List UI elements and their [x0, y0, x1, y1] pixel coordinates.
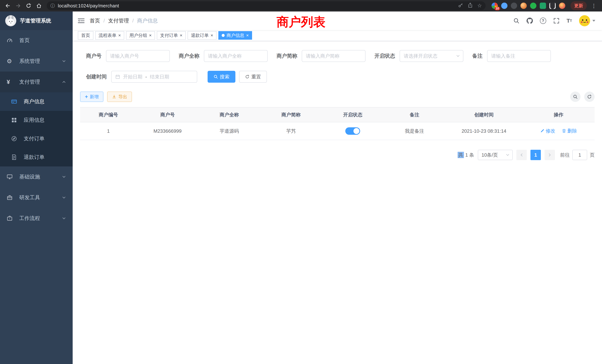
extension-orange-icon[interactable] — [559, 3, 565, 9]
home-icon[interactable] — [34, 1, 44, 11]
yen-icon: ¥ — [7, 79, 16, 86]
tab-process-form[interactable]: 流程表单× — [95, 31, 124, 40]
bookmark-star-icon[interactable]: ☆ — [477, 3, 482, 8]
tab-close-icon[interactable]: × — [211, 33, 213, 38]
breadcrumb-payment[interactable]: 支付管理 — [108, 17, 129, 24]
extension-palette-icon[interactable]: 10 — [492, 3, 498, 9]
font-size-icon[interactable]: TT — [567, 18, 572, 24]
goto-page-input[interactable] — [572, 150, 587, 160]
table-header-row: 商户编号 商户号 商户全称 商户简称 开启状态 备注 创建时间 操作 — [80, 107, 595, 122]
delete-link[interactable]: 删除 — [562, 128, 577, 134]
tab-close-icon[interactable]: × — [246, 33, 249, 38]
sidebar-item-dev-tools[interactable]: 研发工具 — [0, 187, 73, 208]
tab-refund-order[interactable]: 退款订单× — [188, 31, 216, 40]
sidebar-item-label: 商户信息 — [24, 98, 44, 105]
reload-icon[interactable] — [24, 1, 33, 11]
sidebar-item-merchant-info[interactable]: 商户信息 — [0, 92, 73, 111]
sidebar-item-refund-order[interactable]: 退款订单 — [0, 148, 73, 166]
share-icon[interactable] — [468, 2, 473, 9]
sidebar-toggle-icon[interactable] — [78, 18, 85, 24]
remark-input[interactable] — [487, 50, 551, 62]
merchant-no-input[interactable] — [106, 50, 170, 62]
sidebar-item-label: 工作流程 — [19, 215, 40, 222]
extension-monkey-icon[interactable] — [549, 3, 556, 9]
user-menu[interactable] — [579, 15, 595, 26]
sidebar-item-label: 支付订单 — [24, 135, 44, 142]
top-navbar: 首页 / 支付管理 / 商户信息 ? TT — [73, 11, 602, 30]
app-title: 芋道管理系统 — [20, 17, 51, 24]
tab-close-icon[interactable]: × — [149, 33, 152, 38]
back-icon[interactable] — [3, 1, 13, 11]
sidebar-item-pay-order[interactable]: 支付订单 — [0, 129, 73, 148]
sidebar-item-label: 应用信息 — [24, 117, 44, 124]
tab-home[interactable]: 首页 — [78, 31, 93, 40]
sidebar-item-infrastructure[interactable]: 基础设施 — [0, 166, 73, 187]
extension-dark-circle-icon[interactable] — [511, 3, 517, 9]
sidebar-menu: 首页 ⚙ 系统管理 ¥ 支付管理 商户信息 — [0, 30, 73, 229]
filter-row-1: 商户号 商户全称 商户简称 开启状态 请选择开启状态 — [86, 50, 595, 62]
sidebar-item-payment[interactable]: ¥ 支付管理 — [0, 72, 73, 92]
extension-drop-icon[interactable] — [501, 3, 507, 9]
tab-close-icon[interactable]: × — [180, 33, 182, 38]
sidebar-item-workflow[interactable]: 工作流程 — [0, 208, 73, 229]
sidebar-item-label: 支付管理 — [19, 78, 40, 86]
search-icon — [214, 75, 218, 79]
tab-close-icon[interactable]: × — [118, 33, 121, 38]
search-icon[interactable] — [513, 18, 519, 24]
page-size-select[interactable]: 10条/页 — [478, 150, 513, 160]
dashboard-icon — [7, 37, 16, 43]
app-logo[interactable]: 芋道管理系统 — [0, 11, 73, 30]
sidebar-item-label: 退款订单 — [24, 154, 44, 161]
export-button[interactable]: 导出 — [107, 92, 132, 102]
select-caret-icon — [506, 153, 510, 157]
fullscreen-icon[interactable] — [553, 18, 559, 24]
forward-icon[interactable] — [13, 1, 23, 11]
prev-page-button[interactable] — [516, 150, 527, 160]
table-row: 1 M233666999 芋道源码 芋艿 我是备注 2021-10-23 08:… — [80, 122, 595, 140]
full-name-input[interactable] — [204, 50, 268, 62]
tab-pay-order[interactable]: 支付订单× — [157, 31, 186, 40]
url-text: localhost:1024/pay/merchant — [58, 3, 458, 9]
browser-toolbar: ⓘ localhost:1024/pay/merchant ☆ 10 更新 ⋮ — [0, 0, 602, 11]
date-start-placeholder: 开始日期 — [123, 74, 142, 80]
status-toggle[interactable] — [345, 127, 360, 135]
sidebar-item-app-info[interactable]: 应用信息 — [0, 111, 73, 129]
monitor-icon — [7, 174, 16, 180]
search-icon — [573, 94, 578, 99]
tab-user-group[interactable]: 用户分组× — [126, 31, 155, 40]
breadcrumb-home[interactable]: 首页 — [90, 17, 100, 24]
github-icon[interactable] — [527, 18, 533, 24]
cell-status — [322, 122, 384, 140]
merchant-no-label: 商户号 — [86, 53, 102, 60]
tab-merchant-info[interactable]: 商户信息× — [218, 31, 252, 40]
briefcase-icon — [7, 215, 16, 221]
extension-green-circle-icon[interactable] — [530, 3, 536, 9]
edit-link[interactable]: 修改 — [540, 128, 555, 134]
refresh-table-button[interactable] — [584, 92, 595, 102]
info-icon[interactable]: ⓘ — [50, 3, 55, 9]
sidebar-item-system[interactable]: ⚙ 系统管理 — [0, 51, 73, 72]
merchant-table: 商户编号 商户号 商户全称 商户简称 开启状态 备注 创建时间 操作 1 — [80, 107, 595, 140]
next-page-button[interactable] — [545, 150, 555, 160]
search-button[interactable]: 搜索 — [208, 71, 235, 83]
url-bar[interactable]: ⓘ localhost:1024/pay/merchant ☆ — [47, 1, 486, 10]
extension-avatar-icon[interactable] — [520, 3, 527, 9]
card-icon — [11, 99, 20, 105]
col-header: 备注 — [384, 107, 445, 122]
toggle-search-button[interactable] — [570, 92, 580, 102]
key-icon[interactable] — [458, 2, 463, 9]
short-name-input[interactable] — [302, 50, 366, 62]
browser-update-button[interactable]: 更新 — [570, 1, 587, 10]
col-header: 开启状态 — [322, 107, 384, 122]
help-icon[interactable]: ? — [540, 18, 546, 24]
browser-menu-icon[interactable]: ⋮ — [589, 3, 599, 9]
extension-green-square-icon[interactable] — [540, 3, 546, 9]
page-number-button[interactable]: 1 — [530, 150, 541, 160]
create-time-range-picker[interactable]: 开始日期 - 结束日期 — [111, 71, 197, 83]
add-button[interactable]: + 新增 — [80, 92, 103, 102]
sidebar-item-label: 基础设施 — [19, 173, 40, 180]
calendar-icon — [115, 74, 120, 79]
status-select[interactable]: 请选择开启状态 — [400, 50, 463, 62]
sidebar-item-home[interactable]: 首页 — [0, 30, 73, 51]
reset-button[interactable]: 重置 — [239, 71, 267, 83]
